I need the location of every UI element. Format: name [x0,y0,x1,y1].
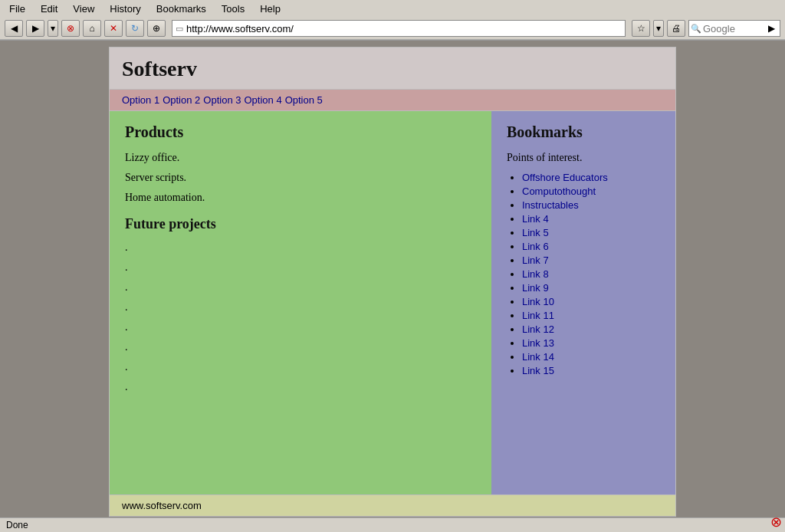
bookmarks-heading: Bookmarks [507,123,660,141]
nav-option1[interactable]: Option 1 [122,94,159,106]
future-bullet-3: . [125,281,476,294]
menu-bookmarks[interactable]: Bookmarks [153,2,209,15]
future-bullet-5: . [125,321,476,333]
list-item: Link 6 [522,241,660,253]
dropdown-button[interactable]: ▾ [48,20,58,37]
address-icon: ▭ [176,24,183,34]
reload-button[interactable]: ↻ [126,20,144,37]
site-header: Softserv [109,47,676,90]
home-button[interactable]: ⌂ [83,20,101,37]
product-item-3: Home automation. [125,192,476,204]
bookmark-star-button[interactable]: ☆ [632,20,650,37]
search-button[interactable]: ▶ [764,20,778,37]
bookmark-link-12[interactable]: Link 12 [522,323,554,335]
list-item: Link 7 [522,255,660,267]
list-item: Link 10 [522,296,660,308]
future-bullet-7: . [125,361,476,373]
bookmark-link-2[interactable]: Computothought [522,186,596,197]
list-item: Link 13 [522,337,660,350]
bookmarks-section: Bookmarks Points of interest. Offshore E… [491,111,675,494]
bookmark-link-8[interactable]: Link 8 [522,268,549,280]
stop-status-icon: ⊗ [770,514,782,523]
bookmark-link-11[interactable]: Link 11 [522,310,554,321]
bookmarks-list: Offshore Educators Computothought Instru… [507,172,660,377]
footer-text: www.softserv.com [122,500,202,511]
site-title: Softserv [122,57,663,81]
products-heading: Products [125,123,476,141]
list-item: Link 4 [522,213,660,225]
bookmark-link-5[interactable]: Link 5 [522,227,549,238]
future-bullet-8: . [125,381,476,393]
search-input[interactable] [703,23,764,34]
bookmark-link-10[interactable]: Link 10 [522,296,554,307]
status-bar: Done ⊗ [0,517,785,523]
star-dropdown-button[interactable]: ▾ [653,20,664,37]
future-bullet-2: . [125,261,476,274]
list-item: Offshore Educators [522,172,660,184]
list-item: Link 11 [522,310,660,322]
stop-button[interactable]: ⊗ [61,20,80,37]
nav-extra-button[interactable]: ⊕ [147,20,166,37]
nav-option2[interactable]: Option 2 [163,94,200,106]
bookmark-link-13[interactable]: Link 13 [522,337,554,349]
bookmark-link-3[interactable]: Instructables [522,199,579,211]
bookmarks-intro: Points of interest. [507,152,660,164]
bookmark-link-7[interactable]: Link 7 [522,255,549,266]
future-projects-heading: Future projects [125,216,476,232]
browser-menubar: File Edit View History Bookmarks Tools H… [0,0,785,41]
back-button[interactable]: ◀ [5,20,23,37]
address-input[interactable] [186,23,622,34]
future-bullet-6: . [125,341,476,353]
menu-help[interactable]: Help [257,2,284,15]
list-item: Link 14 [522,351,660,363]
menu-tools[interactable]: Tools [218,2,248,15]
nav-bar: Option 1 Option 2 Option 3 Option 4 Opti… [109,90,676,111]
search-engine-icon: 🔍 [691,24,701,34]
menu-view[interactable]: View [70,2,97,15]
future-bullet-1: . [125,241,476,254]
product-item-1: Lizzy office. [125,152,476,164]
bookmark-link-9[interactable]: Link 9 [522,282,549,294]
bookmark-link-14[interactable]: Link 14 [522,351,554,363]
future-bullet-4: . [125,301,476,314]
list-item: Instructables [522,199,660,212]
bookmark-link-1[interactable]: Offshore Educators [522,172,608,183]
footer-bar: www.softserv.com [109,495,676,517]
product-item-2: Server scripts. [125,172,476,184]
menu-edit[interactable]: Edit [38,2,61,15]
bookmark-link-6[interactable]: Link 6 [522,241,549,252]
status-text: Done [6,520,28,523]
print-button[interactable]: 🖨 [667,20,685,37]
list-item: Link 9 [522,282,660,294]
address-bar-container[interactable]: ▭ [172,20,626,37]
close-button[interactable]: ✕ [104,20,123,37]
list-item: Link 12 [522,323,660,336]
list-item: Link 15 [522,365,660,377]
list-item: Link 5 [522,227,660,239]
content-area: Products Lizzy office. Server scripts. H… [109,111,676,495]
products-section: Products Lizzy office. Server scripts. H… [110,111,491,494]
forward-button[interactable]: ▶ [26,20,44,37]
nav-option3[interactable]: Option 3 [203,94,241,106]
search-container: 🔍 ▶ [688,20,780,37]
menu-file[interactable]: File [6,2,28,15]
menu-history[interactable]: History [107,2,143,15]
nav-option4[interactable]: Option 4 [244,94,281,106]
bookmark-link-4[interactable]: Link 4 [522,213,549,225]
nav-option5[interactable]: Option 5 [285,94,323,106]
bookmark-link-15[interactable]: Link 15 [522,365,554,376]
page-wrapper: Softserv Option 1 Option 2 Option 3 Opti… [109,47,676,517]
list-item: Computothought [522,186,660,198]
list-item: Link 8 [522,268,660,281]
